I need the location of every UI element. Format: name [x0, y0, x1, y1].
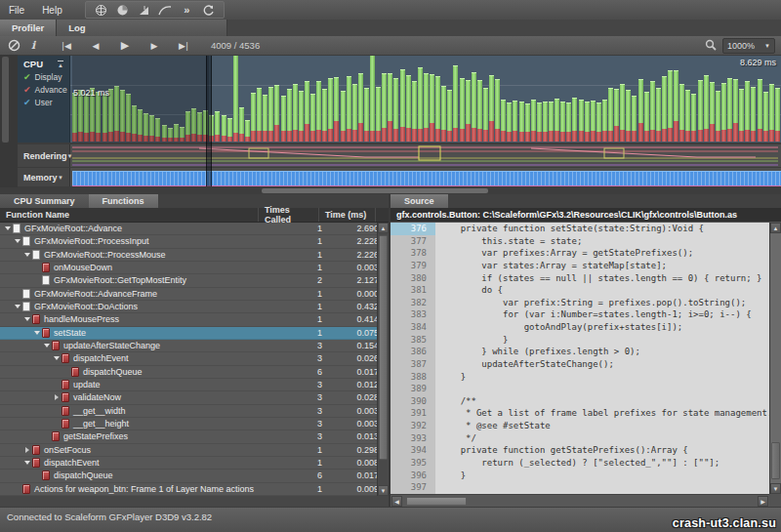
zoom-search-icon[interactable]	[705, 39, 717, 53]
col-times-called[interactable]: Times Called	[259, 208, 319, 222]
solid-view-icon[interactable]	[115, 3, 130, 17]
code-line: 387 updateAfterStateChange();	[390, 358, 769, 371]
cpu-bar	[400, 69, 405, 142]
scrollbar-thumb[interactable]	[771, 442, 780, 479]
function-name: GFxMovieRoot::AdvanceFrame	[34, 289, 157, 299]
tab-profiler[interactable]: Profiler	[0, 20, 57, 36]
tree-collapse-icon[interactable]	[23, 253, 31, 257]
cpu-graph[interactable]: 8.629 ms 5.021 ms	[18, 56, 781, 143]
checkbox-advance[interactable]: ✔ Advance	[18, 82, 69, 95]
function-row[interactable]: getStatePrefixes30.013	[0, 430, 389, 443]
tree-collapse-icon[interactable]	[23, 317, 31, 321]
scroll-left-icon[interactable]: ◀	[391, 496, 402, 507]
timeline-scrollbar[interactable]	[0, 187, 781, 194]
tab-log[interactable]: Log	[57, 20, 227, 36]
source-code-view[interactable]: 376 private function setState(state:Stri…	[390, 223, 769, 494]
col-function-name[interactable]: Function Name	[0, 208, 259, 222]
col-time-ms[interactable]: Time (ms)	[319, 208, 376, 222]
cpu-bar	[222, 115, 226, 142]
cpu-bar	[227, 118, 232, 142]
graph-vertical-scrollbar[interactable]	[2, 57, 9, 143]
function-row[interactable]: GFxMovieRoot::GetTopMostEntity22.127	[0, 274, 389, 287]
cpu-bar	[263, 95, 267, 143]
tab-functions[interactable]: Functions	[89, 194, 158, 208]
scrollbar-thumb[interactable]	[379, 235, 388, 460]
actionscript-icon	[62, 406, 69, 416]
function-row[interactable]: dispatchEvent10.008	[0, 457, 389, 470]
tab-cpu-summary[interactable]: CPU Summary	[0, 194, 89, 208]
collapse-icon[interactable]: ▲	[58, 61, 63, 68]
tree-collapse-icon[interactable]	[33, 331, 41, 335]
timeline-scrollbar-thumb[interactable]	[262, 188, 488, 193]
actionscript-icon	[62, 392, 69, 402]
frame-cursor[interactable]	[206, 56, 212, 186]
view-tab-bar: Profiler Log	[0, 20, 781, 36]
menu-bar: File Help »	[0, 0, 781, 20]
function-row[interactable]: GFxMovieRoot::AdvanceFrame10.000	[0, 288, 389, 301]
function-row[interactable]: update30.012	[0, 379, 389, 391]
prev-frame-icon[interactable]: ◀	[82, 37, 109, 54]
tree-expand-icon[interactable]	[23, 447, 31, 453]
function-row[interactable]: onMouseDown10.003	[0, 262, 389, 274]
play-icon[interactable]: ▶	[111, 37, 139, 54]
function-row[interactable]: GFxMovieRoot::ProcessMouse12.226	[0, 249, 389, 262]
tree-collapse-icon[interactable]	[4, 226, 12, 230]
tree-collapse-icon[interactable]	[14, 305, 21, 308]
function-row[interactable]: dispatchQueue60.017	[0, 366, 389, 379]
scroll-right-icon[interactable]: ▶	[758, 496, 768, 507]
info-icon[interactable]: i	[23, 37, 43, 54]
rendering-graph[interactable]: Rendering ▼	[18, 144, 781, 167]
function-row[interactable]: GFxMovieRoot::Advance12.690	[0, 223, 389, 235]
function-table-scrollbar[interactable]: ▲ ▼	[377, 223, 389, 496]
tree-expand-icon[interactable]	[53, 394, 61, 400]
source-vscrollbar[interactable]: ▲ ▼	[769, 223, 781, 494]
memory-graph[interactable]: Memory ▼	[18, 168, 781, 186]
curve-tool-icon[interactable]	[158, 3, 173, 17]
function-table-hscroll[interactable]	[0, 496, 389, 507]
rendering-section-header[interactable]: Rendering ▼	[18, 144, 70, 167]
checkbox-display[interactable]: ✔ Display	[18, 69, 69, 82]
fast-forward-icon[interactable]: »	[180, 3, 194, 17]
last-frame-icon[interactable]: ▶|	[170, 37, 197, 54]
cpu-bar	[341, 91, 346, 142]
disable-capture-icon[interactable]	[4, 37, 23, 54]
scroll-up-icon[interactable]: ▲	[770, 223, 781, 233]
tree-collapse-icon[interactable]	[23, 461, 31, 465]
first-frame-icon[interactable]: |◀	[53, 37, 80, 54]
function-row[interactable]: handleMousePress10.414	[0, 313, 389, 326]
function-row[interactable]: dispatchQueue60.017	[0, 470, 389, 482]
function-row[interactable]: dispatchEvent30.026	[0, 352, 389, 365]
function-row[interactable]: setState10.075	[0, 327, 389, 340]
tree-collapse-icon[interactable]	[43, 344, 51, 348]
next-frame-icon[interactable]: ▶	[141, 37, 168, 54]
function-row[interactable]: __get__height30.003	[0, 418, 389, 430]
function-row[interactable]: Actions for weapon_btn: Frame 1 of Layer…	[0, 483, 389, 496]
tree-collapse-icon[interactable]	[14, 239, 21, 243]
function-row[interactable]: updateAfterStateChange30.154	[0, 340, 389, 352]
cpu-bar	[591, 101, 596, 142]
menu-help[interactable]: Help	[33, 5, 71, 16]
scrollbar-thumb[interactable]	[406, 497, 467, 506]
scroll-down-icon[interactable]: ▼	[770, 483, 781, 494]
scroll-down-icon[interactable]: ▼	[378, 485, 389, 496]
function-row[interactable]: __get__width30.003	[0, 405, 389, 418]
function-row[interactable]: GFxMovieRoot::ProcessInput12.228	[0, 235, 389, 248]
checkbox-user[interactable]: ✔ User	[18, 95, 69, 107]
refresh-loop-icon[interactable]	[201, 3, 216, 17]
cpu-bar	[710, 82, 715, 142]
function-row[interactable]: onSetFocus10.298	[0, 444, 389, 457]
line-number: 392	[390, 420, 435, 432]
tree-collapse-icon[interactable]	[53, 356, 61, 360]
batches-view-icon[interactable]	[137, 3, 151, 17]
function-row[interactable]: GFxMovieRoot::DoActions10.432	[0, 301, 389, 313]
wireframe-view-icon[interactable]	[94, 3, 108, 17]
scroll-up-icon[interactable]: ▲	[378, 223, 389, 233]
cpu-bar	[560, 102, 565, 142]
source-hscrollbar[interactable]: ◀ ▶	[390, 494, 769, 508]
menu-file[interactable]: File	[0, 5, 33, 16]
zoom-level-select[interactable]: 1000% ▼	[722, 38, 775, 54]
tab-source[interactable]: Source	[390, 194, 448, 208]
memory-section-header[interactable]: Memory ▼	[18, 168, 70, 186]
function-row[interactable]: validateNow30.028	[0, 391, 389, 404]
cpu-bar	[435, 76, 440, 142]
